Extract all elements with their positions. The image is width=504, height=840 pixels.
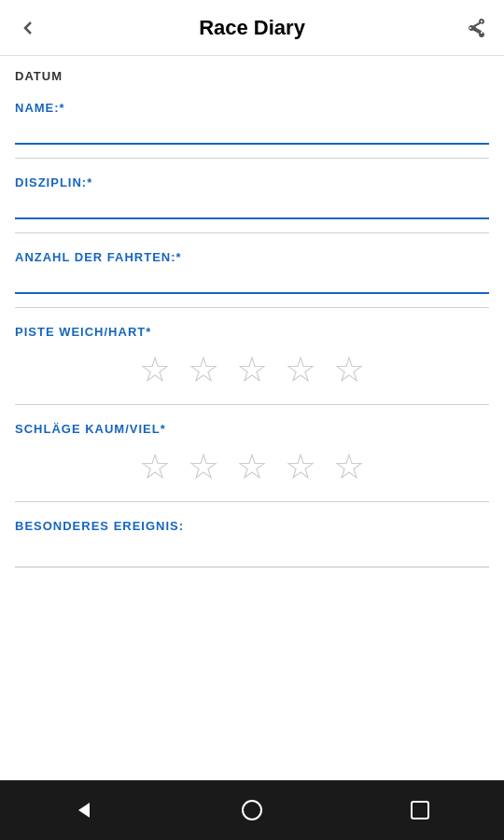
app-header: Race Diary — [0, 0, 504, 56]
page-title: Race Diary — [41, 16, 463, 40]
nav-back-button[interactable] — [56, 782, 112, 838]
besonderes-input[interactable] — [15, 542, 489, 567]
schlage-stars: ☆ ☆ ☆ ☆ ☆ — [15, 440, 489, 488]
nav-recents-button[interactable] — [392, 782, 448, 838]
schlage-star-3[interactable]: ☆ — [236, 449, 268, 484]
form-content: DATUM NAME:* DISZIPLIN:* ANZAHL DER FAHR… — [0, 56, 504, 780]
schlage-star-2[interactable]: ☆ — [188, 449, 219, 484]
piste-star-5[interactable]: ☆ — [333, 352, 365, 387]
name-label: NAME:* — [15, 101, 489, 115]
piste-star-3[interactable]: ☆ — [236, 352, 268, 387]
name-input[interactable] — [15, 119, 489, 145]
piste-rating-section: PISTE WEICH/HART* ☆ ☆ ☆ ☆ ☆ — [0, 325, 504, 391]
besonderes-label: BESONDERES EREIGNIS: — [15, 519, 489, 533]
piste-stars: ☆ ☆ ☆ ☆ ☆ — [15, 343, 489, 391]
bottom-navigation — [0, 780, 504, 840]
disziplin-divider — [15, 232, 489, 233]
nav-home-button[interactable] — [224, 782, 280, 838]
piste-label: PISTE WEICH/HART* — [15, 325, 489, 339]
schlage-star-4[interactable]: ☆ — [285, 449, 316, 484]
piste-star-4[interactable]: ☆ — [285, 352, 316, 387]
name-field-container: NAME:* — [0, 101, 504, 145]
svg-marker-0 — [78, 803, 90, 818]
svg-point-1 — [243, 801, 261, 819]
disziplin-label: DISZIPLIN:* — [15, 175, 489, 189]
datum-section: DATUM — [0, 56, 504, 84]
besonderes-section: BESONDERES EREIGNIS: — [0, 519, 504, 567]
name-divider — [15, 158, 489, 159]
anzahl-input[interactable] — [15, 268, 489, 294]
schlage-label: SCHLÄGE KAUM/VIEL* — [15, 422, 489, 436]
piste-divider — [15, 404, 489, 405]
schlage-star-1[interactable]: ☆ — [139, 449, 171, 484]
piste-star-1[interactable]: ☆ — [139, 352, 171, 387]
schlage-divider — [15, 501, 489, 502]
schlage-rating-section: SCHLÄGE KAUM/VIEL* ☆ ☆ ☆ ☆ ☆ — [0, 422, 504, 488]
anzahl-field-container: ANZAHL DER FAHRTEN:* — [0, 250, 504, 294]
piste-star-2[interactable]: ☆ — [188, 352, 219, 387]
schlage-star-5[interactable]: ☆ — [333, 449, 365, 484]
anzahl-label: ANZAHL DER FAHRTEN:* — [15, 250, 489, 264]
datum-label: DATUM — [15, 69, 63, 83]
back-button[interactable] — [15, 15, 41, 41]
svg-rect-2 — [412, 802, 428, 819]
share-button[interactable] — [463, 15, 489, 41]
disziplin-field-container: DISZIPLIN:* — [0, 175, 504, 219]
anzahl-divider — [15, 307, 489, 308]
disziplin-input[interactable] — [15, 193, 489, 219]
